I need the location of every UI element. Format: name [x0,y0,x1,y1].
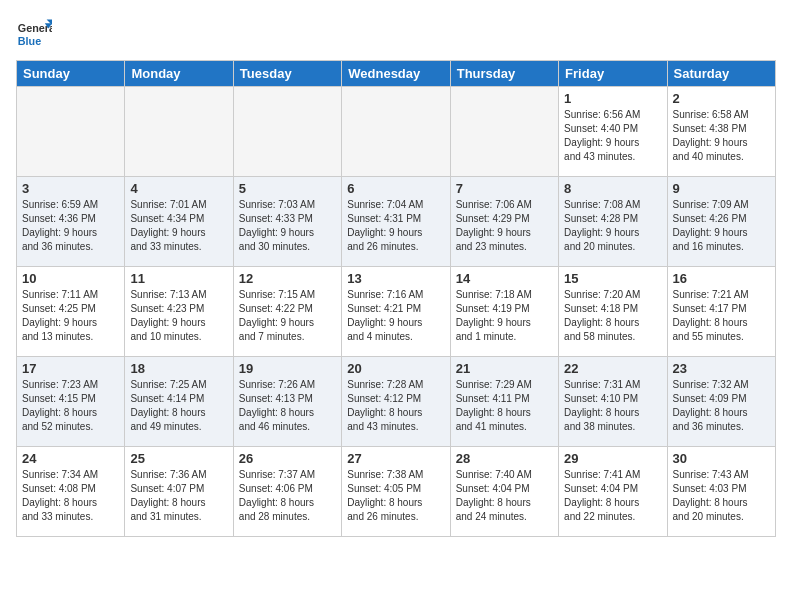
calendar-cell: 1Sunrise: 6:56 AM Sunset: 4:40 PM Daylig… [559,87,667,177]
day-number: 1 [564,91,661,106]
calendar-header-tuesday: Tuesday [233,61,341,87]
day-info: Sunrise: 7:23 AM Sunset: 4:15 PM Dayligh… [22,378,119,434]
calendar-cell: 9Sunrise: 7:09 AM Sunset: 4:26 PM Daylig… [667,177,775,267]
day-number: 25 [130,451,227,466]
calendar-cell: 5Sunrise: 7:03 AM Sunset: 4:33 PM Daylig… [233,177,341,267]
calendar-cell: 14Sunrise: 7:18 AM Sunset: 4:19 PM Dayli… [450,267,558,357]
calendar-week-row: 1Sunrise: 6:56 AM Sunset: 4:40 PM Daylig… [17,87,776,177]
day-info: Sunrise: 7:28 AM Sunset: 4:12 PM Dayligh… [347,378,444,434]
calendar-cell [17,87,125,177]
calendar-cell: 26Sunrise: 7:37 AM Sunset: 4:06 PM Dayli… [233,447,341,537]
calendar-cell: 7Sunrise: 7:06 AM Sunset: 4:29 PM Daylig… [450,177,558,267]
day-number: 18 [130,361,227,376]
calendar-cell: 27Sunrise: 7:38 AM Sunset: 4:05 PM Dayli… [342,447,450,537]
logo: General Blue [16,16,52,52]
calendar-cell: 23Sunrise: 7:32 AM Sunset: 4:09 PM Dayli… [667,357,775,447]
calendar-cell: 4Sunrise: 7:01 AM Sunset: 4:34 PM Daylig… [125,177,233,267]
day-number: 6 [347,181,444,196]
calendar-week-row: 24Sunrise: 7:34 AM Sunset: 4:08 PM Dayli… [17,447,776,537]
day-number: 9 [673,181,770,196]
calendar-cell: 12Sunrise: 7:15 AM Sunset: 4:22 PM Dayli… [233,267,341,357]
day-info: Sunrise: 7:01 AM Sunset: 4:34 PM Dayligh… [130,198,227,254]
calendar-cell [450,87,558,177]
day-info: Sunrise: 7:08 AM Sunset: 4:28 PM Dayligh… [564,198,661,254]
day-info: Sunrise: 7:34 AM Sunset: 4:08 PM Dayligh… [22,468,119,524]
day-number: 8 [564,181,661,196]
calendar-cell: 18Sunrise: 7:25 AM Sunset: 4:14 PM Dayli… [125,357,233,447]
day-info: Sunrise: 7:03 AM Sunset: 4:33 PM Dayligh… [239,198,336,254]
day-number: 17 [22,361,119,376]
calendar-cell: 24Sunrise: 7:34 AM Sunset: 4:08 PM Dayli… [17,447,125,537]
day-number: 4 [130,181,227,196]
day-info: Sunrise: 7:13 AM Sunset: 4:23 PM Dayligh… [130,288,227,344]
calendar-cell: 11Sunrise: 7:13 AM Sunset: 4:23 PM Dayli… [125,267,233,357]
calendar-cell: 3Sunrise: 6:59 AM Sunset: 4:36 PM Daylig… [17,177,125,267]
calendar-header-saturday: Saturday [667,61,775,87]
calendar-cell: 30Sunrise: 7:43 AM Sunset: 4:03 PM Dayli… [667,447,775,537]
day-info: Sunrise: 7:43 AM Sunset: 4:03 PM Dayligh… [673,468,770,524]
day-number: 26 [239,451,336,466]
day-number: 22 [564,361,661,376]
day-number: 30 [673,451,770,466]
calendar-cell: 17Sunrise: 7:23 AM Sunset: 4:15 PM Dayli… [17,357,125,447]
calendar-cell: 22Sunrise: 7:31 AM Sunset: 4:10 PM Dayli… [559,357,667,447]
calendar-cell: 10Sunrise: 7:11 AM Sunset: 4:25 PM Dayli… [17,267,125,357]
day-number: 21 [456,361,553,376]
day-number: 29 [564,451,661,466]
calendar-cell: 25Sunrise: 7:36 AM Sunset: 4:07 PM Dayli… [125,447,233,537]
day-info: Sunrise: 7:32 AM Sunset: 4:09 PM Dayligh… [673,378,770,434]
day-info: Sunrise: 7:41 AM Sunset: 4:04 PM Dayligh… [564,468,661,524]
day-info: Sunrise: 7:15 AM Sunset: 4:22 PM Dayligh… [239,288,336,344]
day-number: 15 [564,271,661,286]
day-info: Sunrise: 7:29 AM Sunset: 4:11 PM Dayligh… [456,378,553,434]
day-number: 13 [347,271,444,286]
day-number: 23 [673,361,770,376]
day-info: Sunrise: 7:20 AM Sunset: 4:18 PM Dayligh… [564,288,661,344]
calendar-header-friday: Friday [559,61,667,87]
calendar-week-row: 17Sunrise: 7:23 AM Sunset: 4:15 PM Dayli… [17,357,776,447]
calendar-cell: 6Sunrise: 7:04 AM Sunset: 4:31 PM Daylig… [342,177,450,267]
calendar-header-row: SundayMondayTuesdayWednesdayThursdayFrid… [17,61,776,87]
day-info: Sunrise: 7:06 AM Sunset: 4:29 PM Dayligh… [456,198,553,254]
calendar-cell: 21Sunrise: 7:29 AM Sunset: 4:11 PM Dayli… [450,357,558,447]
calendar-cell: 13Sunrise: 7:16 AM Sunset: 4:21 PM Dayli… [342,267,450,357]
day-info: Sunrise: 7:26 AM Sunset: 4:13 PM Dayligh… [239,378,336,434]
calendar-week-row: 3Sunrise: 6:59 AM Sunset: 4:36 PM Daylig… [17,177,776,267]
day-number: 28 [456,451,553,466]
day-number: 5 [239,181,336,196]
calendar-cell [125,87,233,177]
day-number: 24 [22,451,119,466]
header: General Blue [16,16,776,52]
calendar-cell: 29Sunrise: 7:41 AM Sunset: 4:04 PM Dayli… [559,447,667,537]
day-info: Sunrise: 7:38 AM Sunset: 4:05 PM Dayligh… [347,468,444,524]
day-info: Sunrise: 6:58 AM Sunset: 4:38 PM Dayligh… [673,108,770,164]
day-number: 3 [22,181,119,196]
day-info: Sunrise: 7:36 AM Sunset: 4:07 PM Dayligh… [130,468,227,524]
day-info: Sunrise: 7:21 AM Sunset: 4:17 PM Dayligh… [673,288,770,344]
day-number: 10 [22,271,119,286]
day-number: 11 [130,271,227,286]
calendar-cell: 28Sunrise: 7:40 AM Sunset: 4:04 PM Dayli… [450,447,558,537]
day-info: Sunrise: 7:11 AM Sunset: 4:25 PM Dayligh… [22,288,119,344]
calendar-cell: 8Sunrise: 7:08 AM Sunset: 4:28 PM Daylig… [559,177,667,267]
day-number: 19 [239,361,336,376]
calendar-cell: 16Sunrise: 7:21 AM Sunset: 4:17 PM Dayli… [667,267,775,357]
day-number: 16 [673,271,770,286]
day-number: 2 [673,91,770,106]
svg-text:Blue: Blue [18,35,41,47]
calendar-cell [342,87,450,177]
page-container: General Blue SundayMondayTuesdayWednesda… [16,16,776,537]
calendar-cell: 19Sunrise: 7:26 AM Sunset: 4:13 PM Dayli… [233,357,341,447]
calendar-cell: 2Sunrise: 6:58 AM Sunset: 4:38 PM Daylig… [667,87,775,177]
day-info: Sunrise: 6:59 AM Sunset: 4:36 PM Dayligh… [22,198,119,254]
calendar-header-wednesday: Wednesday [342,61,450,87]
calendar-header-sunday: Sunday [17,61,125,87]
day-number: 14 [456,271,553,286]
calendar-header-thursday: Thursday [450,61,558,87]
day-info: Sunrise: 6:56 AM Sunset: 4:40 PM Dayligh… [564,108,661,164]
logo-icon: General Blue [16,16,52,52]
calendar-week-row: 10Sunrise: 7:11 AM Sunset: 4:25 PM Dayli… [17,267,776,357]
day-number: 7 [456,181,553,196]
calendar-header-monday: Monday [125,61,233,87]
day-info: Sunrise: 7:18 AM Sunset: 4:19 PM Dayligh… [456,288,553,344]
